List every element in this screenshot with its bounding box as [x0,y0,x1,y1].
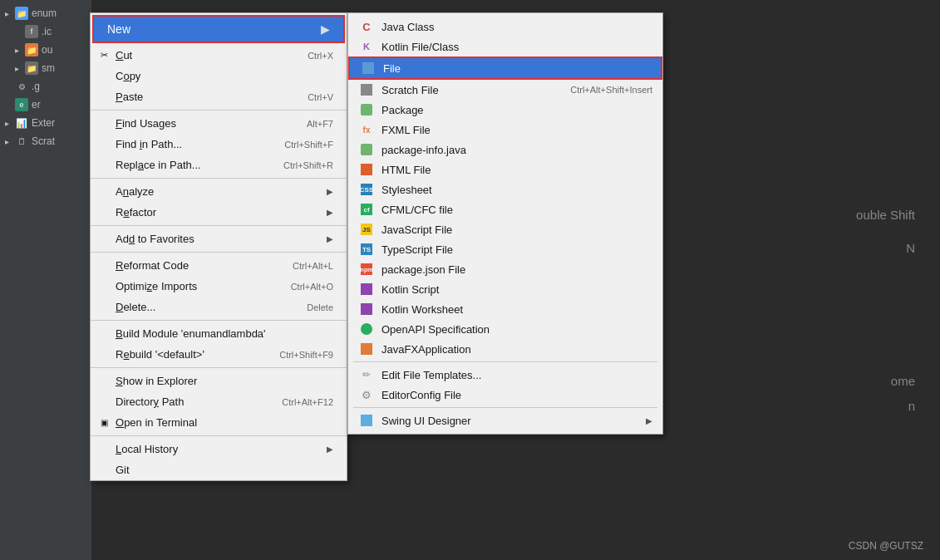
kotlin-worksheet-icon [358,302,375,316]
typescript-item[interactable]: TS TypeScript File [348,239,662,259]
find-usages-menu-item[interactable]: Find Usages Alt+F7 [91,113,347,134]
tree-item-ou[interactable]: ▸ 📁 ou [0,41,91,59]
refactor-menu-item[interactable]: Refactor ▶ [91,202,347,223]
tree-item-label: sm [42,62,55,74]
refactor-submenu-arrow: ▶ [327,208,333,217]
cfml-icon: cf [358,203,375,216]
kotlin-script-item[interactable]: Kotlin Script [348,279,662,299]
cfml-item[interactable]: cf CFML/CFC file [348,199,662,219]
package-item[interactable]: Package [348,100,662,120]
analyze-menu-item[interactable]: Analyze ▶ [91,181,347,202]
divider-7 [91,435,347,436]
kotlin-file-item[interactable]: K Kotlin File/Class [348,37,662,56]
directory-path-menu-item[interactable]: Directory Path Ctrl+Alt+F12 [91,391,347,412]
tree-item-enum[interactable]: ▸ 📁 enum [0,4,91,22]
javascript-label: JavaScript File [381,224,452,236]
tree-item-label: .g [32,81,40,92]
npm-icon: npm [358,263,375,276]
submenu-arrow-icon: ▶ [321,22,330,36]
divider-4 [91,252,347,253]
optimize-imports-menu-item[interactable]: Optimize Imports Ctrl+Alt+O [91,276,347,297]
editorconfig-item[interactable]: ⚙ EditorConfig File [348,385,662,405]
add-to-favorites-menu-item[interactable]: Add to Favorites ▶ [91,228,347,249]
tree-item-scratch[interactable]: ▸ 🗒 Scrat [0,132,91,150]
tree-item-ic[interactable]: f .ic [0,22,91,41]
scratch-file-item[interactable]: Scratch File Ctrl+Alt+Shift+Insert [348,80,662,100]
favorites-submenu-arrow: ▶ [327,234,333,243]
delete-shortcut: Delete [307,302,333,312]
tree-item-external[interactable]: ▸ 📊 Exter [0,114,91,132]
file-item[interactable]: File [350,58,661,78]
cut-shortcut: Ctrl+X [308,51,333,61]
package-info-icon [358,143,375,156]
package-icon [358,103,375,116]
kotlin-worksheet-item[interactable]: Kotlin Worksheet [348,299,662,319]
replace-in-path-label: Replace in Path... [116,159,201,171]
replace-in-path-menu-item[interactable]: Replace in Path... Ctrl+Shift+R [91,155,347,175]
editorconfig-label: EditorConfig File [381,389,461,401]
show-in-explorer-menu-item[interactable]: Show in Explorer [91,371,347,391]
fxml-file-item[interactable]: fx FXML File [348,120,662,140]
javafx-label: JavaFXApplication [381,343,471,356]
javascript-item[interactable]: JS JavaScript File [348,219,662,239]
rebuild-menu-item[interactable]: Rebuild '<default>' Ctrl+Shift+F9 [91,344,347,365]
watermark: CSDN @GUTSZ [849,540,923,552]
html-file-item[interactable]: HTML File [348,160,662,179]
divider-1 [91,110,347,111]
build-module-label: Build Module 'enumandlambda' [116,327,266,340]
tree-item-sm[interactable]: ▸ 📁 sm [0,59,91,77]
file-icon: e [15,98,28,111]
optimize-imports-shortcut: Ctrl+Alt+O [291,282,333,292]
kotlin-file-icon: K [358,40,375,53]
open-in-terminal-label: Open in Terminal [116,416,197,429]
git-label: Git [116,464,130,476]
tree-arrow: ▸ [15,64,25,73]
build-module-menu-item[interactable]: Build Module 'enumandlambda' [91,323,347,344]
tree-item-er[interactable]: e er [0,96,91,114]
tree-item-label: enum [32,7,57,19]
find-usages-label: Find Usages [116,117,176,130]
java-class-icon: C [358,20,375,33]
folder-icon: 📁 [15,7,28,20]
edit-templates-item[interactable]: ✏ Edit File Templates... [348,365,662,385]
divider-3 [91,225,347,226]
stylesheet-item[interactable]: CSS Stylesheet [348,179,662,199]
swing-submenu-arrow: ▶ [646,416,652,425]
optimize-imports-label: Optimize Imports [116,280,197,292]
openapi-item[interactable]: OpenAPI Specification [348,319,662,339]
analyze-submenu-arrow: ▶ [327,187,333,196]
open-in-terminal-menu-item[interactable]: ▣ Open in Terminal [91,412,347,433]
copy-menu-item[interactable]: Copy [91,66,347,86]
package-info-item[interactable]: package-info.java [348,140,662,160]
new-item-border: New ▶ [92,15,345,43]
html-label: HTML File [381,164,431,176]
find-in-path-menu-item[interactable]: Find in Path... Ctrl+Shift+F [91,134,347,155]
reformat-code-shortcut: Ctrl+Alt+L [293,261,333,271]
paste-shortcut: Ctrl+V [308,92,333,102]
reformat-code-label: Reformat Code [116,259,189,272]
local-history-menu-item[interactable]: Local History ▶ [91,439,347,459]
javafx-app-item[interactable]: JavaFXApplication [348,339,662,359]
package-json-item[interactable]: npm package.json File [348,259,662,279]
java-class-item[interactable]: C Java Class [348,17,662,37]
tree-item-g[interactable]: ⚙ .g [0,77,91,96]
swing-ui-item[interactable]: Swing UI Designer ▶ [348,410,662,430]
swing-ui-icon [358,414,375,427]
tree-item-label: .ic [42,26,52,37]
cut-menu-item[interactable]: ✂ Cut Ctrl+X [91,45,347,66]
css-icon: CSS [358,183,375,196]
reformat-code-menu-item[interactable]: Reformat Code Ctrl+Alt+L [91,255,347,276]
scratch-file-icon [358,83,375,96]
js-icon: JS [358,223,375,236]
tree-arrow: ▸ [5,119,15,128]
git-menu-item[interactable]: Git [91,459,347,480]
project-sidebar: ▸ 📁 enum f .ic ▸ 📁 ou ▸ 📁 sm ⚙ .g e er ▸… [0,0,91,560]
new-menu-item[interactable]: New ▶ [94,17,343,42]
scratch-icon: 🗒 [15,135,28,148]
ts-icon: TS [358,243,375,256]
stylesheet-label: Stylesheet [381,184,432,196]
tree-arrow: ▸ [5,137,15,146]
cut-label: Cut [116,49,132,61]
paste-menu-item[interactable]: Paste Ctrl+V [91,86,347,107]
delete-menu-item[interactable]: Delete... Delete [91,297,347,317]
